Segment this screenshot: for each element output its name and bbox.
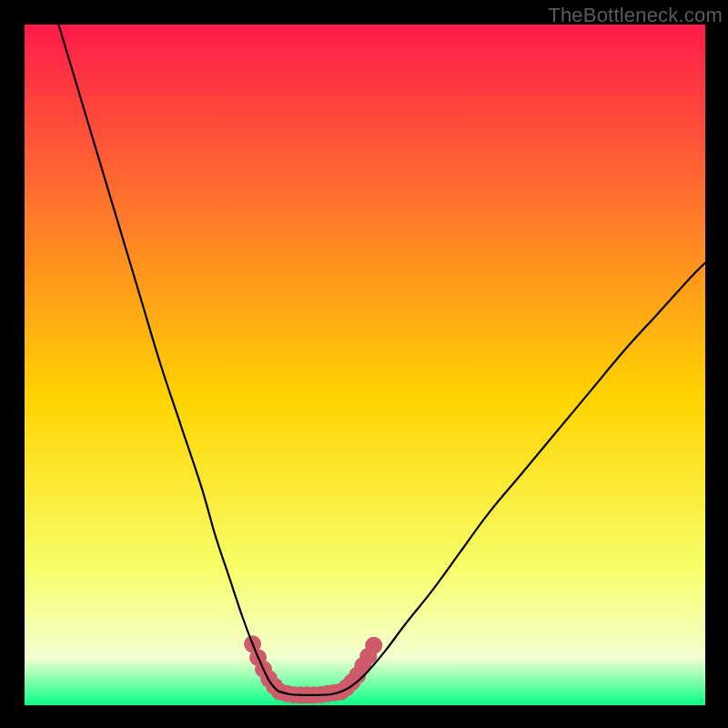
gradient-background bbox=[25, 25, 705, 705]
chart-svg bbox=[25, 25, 705, 705]
chart-stage: TheBottleneck.com bbox=[0, 0, 728, 728]
watermark-text: TheBottleneck.com bbox=[548, 4, 723, 27]
marker-dot bbox=[365, 637, 382, 654]
plot-area bbox=[25, 25, 705, 705]
